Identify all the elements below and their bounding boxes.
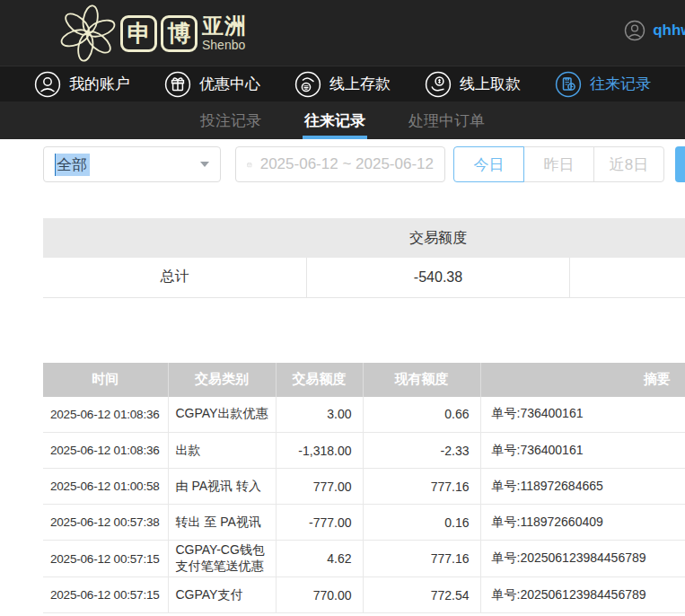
table-cell: 单号:736400161 [480, 433, 685, 469]
brand-char-2: 博 [161, 15, 198, 52]
yesterday-button[interactable]: 昨日 [523, 146, 594, 182]
table-cell: 777.16 [363, 469, 480, 505]
table-row: 2025-06-12 01:00:58由 PA视讯 转入777.00777.16… [43, 469, 685, 505]
chevron-down-icon [200, 162, 209, 167]
type-select-value: 全部 [55, 154, 90, 176]
nav-label: 线上取款 [460, 74, 521, 94]
tab-betting-record[interactable]: 投注记录 [198, 101, 263, 139]
withdraw-icon [425, 71, 452, 98]
brand-char-1: 申 [120, 15, 157, 52]
table-cell: 转出 至 PA视讯 [168, 505, 276, 541]
column-header-time: 时间 [43, 363, 168, 397]
content-area: 全部 2025-06-12 ~ 2025-06-12 今日 昨日 近8日 交易额… [0, 146, 685, 613]
search-button[interactable] [675, 146, 685, 182]
username-text[interactable]: qhhw2 [653, 22, 685, 40]
nav-item-withdraw[interactable]: 线上取款 [425, 71, 521, 98]
summary-table: 交易额度 总计 -540.38 [43, 218, 685, 298]
user-circle-icon [34, 71, 61, 98]
nav-item-deposit[interactable]: 线上存款 [294, 71, 391, 98]
table-cell: 单号:118972684665 [480, 469, 685, 505]
table-row: 2025-06-12 00:57:38转出 至 PA视讯-777.000.16单… [43, 505, 685, 541]
table-cell: 2025-06-12 00:57:15 [43, 577, 168, 613]
quick-date-buttons: 今日 昨日 近8日 [453, 146, 664, 182]
table-cell: -1,318.00 [276, 433, 363, 469]
date-range-value: 2025-06-12 ~ 2025-06-12 [260, 155, 434, 173]
column-header-type: 交易类别 [168, 363, 276, 397]
tab-bar: 投注记录 往来记录 处理中订单 [0, 101, 685, 139]
column-header-summary: 摘要 [480, 363, 685, 397]
record-icon [555, 71, 582, 98]
table-cell: 3.00 [276, 397, 363, 433]
table-cell: CGPAY支付 [168, 577, 276, 613]
nav-item-my-account[interactable]: 我的账户 [34, 71, 130, 98]
summary-empty-cell [570, 258, 685, 297]
summary-header-cell: 交易额度 [43, 218, 685, 258]
table-cell: 单号:202506123984456789 [480, 541, 685, 577]
table-cell: 772.54 [363, 577, 480, 613]
table-cell: 由 PA视讯 转入 [168, 469, 276, 505]
table-cell: 777.00 [276, 469, 363, 505]
summary-total-row: 总计 -540.38 [43, 258, 685, 297]
nav-label: 我的账户 [69, 74, 130, 94]
table-cell: 单号:118972660409 [480, 505, 685, 541]
column-header-balance: 现有额度 [363, 363, 480, 397]
user-avatar-icon [624, 20, 645, 41]
brand-subtitle: Shenbo [202, 39, 247, 51]
table-cell: 2025-06-12 01:08:36 [43, 433, 168, 469]
gift-icon [164, 71, 191, 98]
table-cell: 777.16 [363, 541, 480, 577]
flower-logo-icon [59, 4, 117, 62]
brand-logo[interactable]: 申 博 亚洲 Shenbo [59, 4, 247, 62]
tab-transaction-record[interactable]: 往来记录 [303, 101, 367, 139]
summary-total-label: 总计 [43, 258, 306, 297]
table-cell: CGPAY出款优惠 [168, 397, 276, 433]
user-account[interactable]: qhhw2 [624, 20, 685, 41]
table-cell: 单号:736400161 [480, 397, 685, 433]
top-header: 申 博 亚洲 Shenbo qhhw2 [0, 0, 685, 66]
nav-item-transaction-record[interactable]: 往来记录 [555, 71, 651, 98]
table-cell: 0.16 [363, 505, 480, 541]
main-nav: 我的账户 优惠中心 线上存款 线上取款 [0, 66, 685, 101]
deposit-icon [294, 71, 321, 98]
transactions-body: 2025-06-12 01:08:36CGPAY出款优惠3.000.66单号:7… [43, 397, 685, 613]
table-row: 2025-06-12 01:08:36出款-1,318.00-2.33单号:73… [43, 433, 685, 469]
table-cell: 出款 [168, 433, 276, 469]
brand-region: 亚洲 [202, 15, 247, 37]
filter-row: 全部 2025-06-12 ~ 2025-06-12 今日 昨日 近8日 [43, 146, 685, 182]
nav-label: 优惠中心 [199, 74, 260, 94]
summary-total-value: -540.38 [306, 258, 569, 297]
table-cell: -777.00 [276, 505, 363, 541]
table-cell: 2025-06-12 01:08:36 [43, 397, 168, 433]
table-cell: 2025-06-12 00:57:38 [43, 505, 168, 541]
table-row: 2025-06-12 00:57:15CGPAY-CG钱包支付笔笔送优惠4.62… [43, 541, 685, 577]
transactions-table: 时间 交易类别 交易额度 现有额度 摘要 2025-06-12 01:08:36… [43, 363, 685, 614]
today-button[interactable]: 今日 [453, 146, 524, 182]
table-cell: -2.33 [363, 433, 480, 469]
table-cell: 2025-06-12 01:00:58 [43, 469, 168, 505]
table-row: 2025-06-12 00:57:15CGPAY支付770.00772.54单号… [43, 577, 685, 613]
nav-item-promotions[interactable]: 优惠中心 [164, 71, 260, 98]
table-cell: 0.66 [363, 397, 480, 433]
nav-label: 往来记录 [590, 74, 651, 94]
calendar-icon [247, 156, 252, 173]
table-cell: 4.62 [276, 541, 363, 577]
date-range-picker[interactable]: 2025-06-12 ~ 2025-06-12 [235, 146, 445, 182]
transactions-header-row: 时间 交易类别 交易额度 现有额度 摘要 [43, 363, 685, 397]
column-header-amount: 交易额度 [276, 363, 363, 397]
table-row: 2025-06-12 01:08:36CGPAY出款优惠3.000.66单号:7… [43, 397, 685, 433]
tab-pending-orders[interactable]: 处理中订单 [407, 101, 487, 139]
summary-header-row: 交易额度 [43, 218, 685, 258]
type-select-dropdown[interactable]: 全部 [43, 146, 221, 182]
table-cell: 770.00 [276, 577, 363, 613]
last-8-days-button[interactable]: 近8日 [593, 146, 664, 182]
table-cell: CGPAY-CG钱包支付笔笔送优惠 [168, 541, 276, 577]
nav-label: 线上存款 [329, 74, 391, 94]
table-cell: 2025-06-12 00:57:15 [43, 541, 168, 577]
table-cell: 单号:202506123984456789 [480, 577, 685, 613]
